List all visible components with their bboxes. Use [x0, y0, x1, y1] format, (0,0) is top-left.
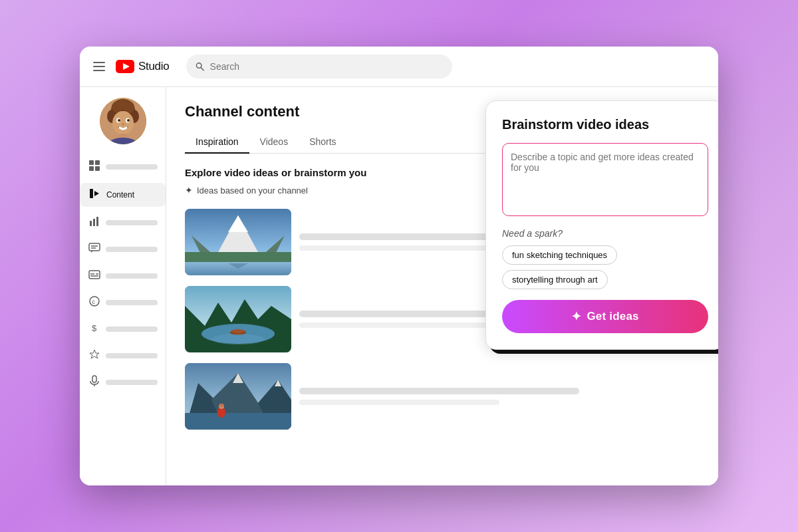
svg-rect-20 [89, 160, 94, 165]
svg-point-15 [118, 119, 120, 122]
spark-icon: ✦ [185, 185, 193, 196]
svg-point-54 [231, 329, 245, 333]
svg-rect-28 [96, 217, 98, 226]
sidebar-item-label [106, 247, 158, 252]
subtitle-placeholder [299, 245, 489, 251]
svg-rect-61 [185, 413, 291, 430]
svg-text:$: $ [92, 323, 97, 333]
idea-textarea[interactable] [502, 143, 708, 216]
svg-rect-27 [93, 219, 95, 226]
sidebar-item-label [106, 220, 158, 225]
logo-area: Studio [116, 60, 169, 73]
analytics-icon [88, 215, 100, 230]
comments-icon [88, 242, 100, 257]
sidebar-item-label [106, 380, 158, 385]
ideas-based-label: Ideas based on your channel [197, 186, 308, 196]
sidebar-item-label [106, 164, 158, 170]
sidebar-item-label [106, 300, 158, 305]
svg-rect-26 [90, 221, 92, 226]
chip-storytelling[interactable]: storytelling through art [502, 270, 608, 289]
customization-icon [88, 348, 100, 363]
youtube-logo-icon [116, 60, 134, 73]
svg-rect-40 [92, 376, 96, 382]
sidebar-item-content[interactable]: Content [80, 183, 166, 207]
sidebar-item-customization[interactable] [80, 344, 166, 368]
avatar-image [100, 98, 146, 144]
brainstorm-title: Brainstorm video ideas [502, 117, 708, 132]
sidebar-item-copyright[interactable]: c [80, 291, 166, 315]
sidebar-item-dashboard[interactable] [80, 155, 166, 179]
avatar [100, 98, 146, 144]
sidebar-item-analytics[interactable] [80, 211, 166, 235]
content-icon [88, 188, 101, 202]
content-label: Content [106, 190, 134, 200]
search-input[interactable] [210, 61, 444, 72]
svg-point-17 [122, 124, 124, 126]
need-spark-label: Need a spark? [502, 228, 708, 239]
sidebar-item-label [106, 353, 158, 358]
video-thumbnail-2 [185, 286, 291, 352]
dashboard-icon [88, 160, 100, 174]
svg-rect-33 [89, 271, 100, 279]
subtitle-placeholder [299, 323, 489, 328]
video-thumbnail-3 [185, 363, 291, 430]
svg-point-12 [112, 111, 134, 135]
sidebar-item-label [106, 327, 158, 332]
subtitles-icon [88, 269, 100, 283]
content-area: Channel content Inspiration Videos Short… [166, 87, 718, 485]
svg-rect-47 [185, 252, 291, 262]
sidebar-item-label [106, 273, 158, 279]
monetization-icon: $ [88, 322, 100, 336]
hamburger-menu[interactable] [93, 62, 105, 71]
svg-rect-24 [90, 189, 93, 198]
sidebar-item-audio[interactable] [80, 370, 166, 394]
video-thumbnail-1 [185, 209, 291, 275]
get-ideas-button[interactable]: ✦ Get ideas [502, 300, 708, 333]
top-bar: Studio [80, 47, 718, 87]
svg-rect-29 [89, 243, 100, 251]
chip-sketching[interactable]: fun sketching techniques [502, 245, 617, 265]
studio-label: Studio [138, 60, 169, 73]
video-info-3 [299, 388, 700, 405]
video-item-3 [185, 363, 700, 430]
chip-row: fun sketching techniques storytelling th… [502, 245, 708, 289]
svg-rect-21 [95, 160, 100, 165]
svg-point-55 [211, 334, 265, 344]
sidebar-item-comments[interactable] [80, 237, 166, 261]
svg-rect-22 [89, 166, 94, 171]
svg-marker-25 [94, 191, 99, 196]
tab-inspiration[interactable]: Inspiration [185, 131, 249, 154]
svg-point-16 [127, 119, 130, 122]
sidebar-item-monetization[interactable]: $ [80, 317, 166, 341]
svg-line-3 [201, 67, 203, 70]
search-bar[interactable] [186, 55, 452, 78]
browser-window: Studio [80, 47, 718, 485]
search-icon [196, 62, 204, 71]
title-placeholder [299, 388, 579, 394]
sidebar-item-subtitles[interactable] [80, 264, 166, 288]
main-layout: Content [80, 87, 718, 485]
sparkle-icon: ✦ [571, 309, 581, 324]
audio-icon [88, 375, 100, 390]
svg-rect-23 [95, 166, 100, 171]
subtitle-placeholder [299, 400, 499, 405]
copyright-icon: c [88, 295, 100, 310]
tab-shorts[interactable]: Shorts [299, 131, 346, 154]
brainstorm-panel: Brainstorm video ideas Need a spark? fun… [485, 100, 718, 350]
tab-videos[interactable]: Videos [249, 131, 299, 154]
svg-point-11 [124, 101, 134, 113]
sidebar: Content [80, 87, 166, 485]
get-ideas-label: Get ideas [587, 310, 638, 323]
svg-text:c: c [92, 299, 95, 305]
